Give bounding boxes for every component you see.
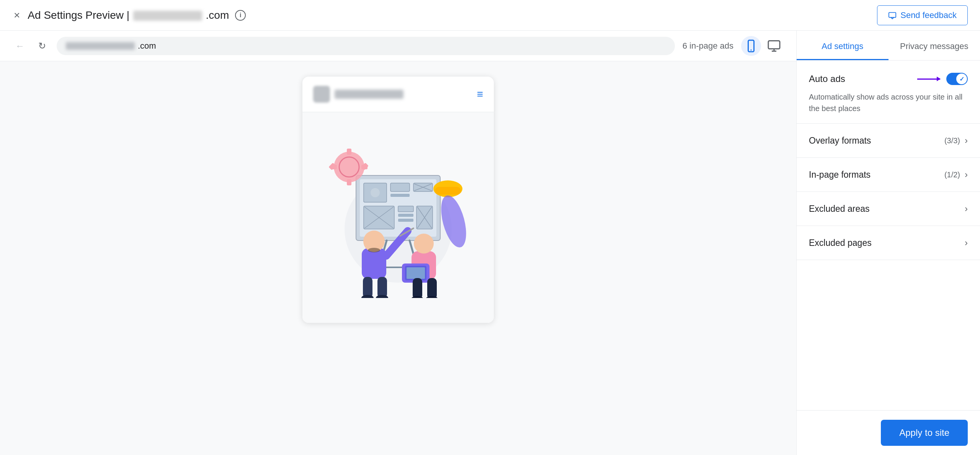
menu-item-excluded-pages-left: Excluded pages: [809, 238, 872, 248]
close-button[interactable]: ×: [12, 8, 21, 22]
svg-rect-37: [362, 248, 386, 279]
menu-item-excluded-areas-left: Excluded areas: [809, 204, 870, 214]
website-preview: ≡: [0, 61, 796, 455]
svg-rect-51: [413, 278, 422, 298]
svg-rect-9: [390, 183, 410, 191]
panel-body: Auto ads ✓ A: [797, 61, 980, 410]
svg-rect-52: [427, 278, 437, 298]
tab-ad-settings[interactable]: Ad settings: [797, 31, 889, 60]
overlay-formats-badge: (3/3): [944, 136, 960, 145]
url-blurred: [66, 42, 135, 50]
page-title: Ad Settings Preview | .com: [28, 9, 229, 21]
title-suffix: .com: [206, 9, 229, 21]
inpage-formats-label: In-page formats: [809, 170, 871, 180]
svg-rect-43: [377, 277, 387, 298]
device-icons: [741, 36, 784, 56]
auto-ads-row: Auto ads ✓: [809, 73, 968, 85]
svg-rect-42: [363, 277, 372, 298]
auto-ads-toggle[interactable]: ✓: [946, 73, 968, 85]
arrow-indicator: [917, 79, 940, 80]
svg-point-26: [334, 152, 364, 182]
chevron-right-icon-2: ›: [965, 169, 968, 180]
title-prefix: Ad Settings Preview |: [28, 9, 129, 21]
desktop-device-button[interactable]: [764, 36, 784, 56]
svg-rect-0: [889, 12, 896, 17]
domain-blurred: [133, 11, 202, 21]
svg-rect-3: [768, 41, 780, 49]
apply-to-site-button[interactable]: Apply to site: [881, 420, 968, 446]
toggle-thumb: ✓: [956, 74, 967, 84]
chevron-right-icon-4: ›: [965, 237, 968, 248]
excluded-areas-right: ›: [960, 203, 968, 214]
toggle-check-icon: ✓: [959, 75, 964, 83]
panel-tabs: Ad settings Privacy messages: [797, 31, 980, 61]
overlay-formats-right: (3/3) ›: [944, 135, 968, 146]
svg-rect-10: [390, 194, 410, 197]
svg-point-47: [414, 234, 434, 254]
arrow-line: [917, 79, 940, 80]
panel-footer: Apply to site: [797, 410, 980, 455]
toggle-track: ✓: [946, 73, 968, 85]
logo-icon: [313, 86, 330, 103]
send-feedback-button[interactable]: Send feedback: [877, 5, 968, 25]
info-icon[interactable]: i: [235, 10, 246, 21]
auto-ads-section: Auto ads ✓ A: [797, 61, 980, 124]
excluded-areas-label: Excluded areas: [809, 204, 870, 214]
svg-rect-35: [435, 187, 461, 195]
auto-ads-toggle-area: ✓: [917, 73, 968, 85]
phone-content: [302, 112, 494, 323]
inpage-formats-badge: (1/2): [944, 170, 960, 179]
feedback-icon: [888, 11, 897, 20]
menu-item-inpage-formats[interactable]: In-page formats (1/2) ›: [797, 158, 980, 192]
svg-point-2: [751, 49, 752, 51]
main-content: ← ↻ .com 6 in-page ads: [0, 31, 980, 455]
logo-text: [335, 90, 403, 99]
excluded-pages-right: ›: [960, 237, 968, 248]
preview-area: ← ↻ .com 6 in-page ads: [0, 31, 796, 455]
overlay-formats-label: Overlay formats: [809, 136, 871, 146]
menu-item-inpage-left: In-page formats: [809, 170, 871, 180]
phone-header: ≡: [302, 77, 494, 112]
svg-rect-29: [347, 179, 351, 185]
svg-rect-28: [347, 149, 351, 155]
url-bar: .com: [57, 37, 675, 55]
top-bar: × Ad Settings Preview | .com i Send feed…: [0, 0, 980, 31]
tab-privacy-messages[interactable]: Privacy messages: [889, 31, 980, 60]
excluded-pages-label: Excluded pages: [809, 238, 872, 248]
hamburger-icon: ≡: [477, 88, 483, 100]
mobile-icon: [744, 39, 758, 53]
refresh-button[interactable]: ↻: [35, 38, 49, 54]
right-panel: Ad settings Privacy messages Auto ads: [796, 31, 980, 455]
illustration: [318, 137, 479, 298]
top-bar-left: × Ad Settings Preview | .com i: [12, 8, 246, 22]
svg-rect-18: [398, 214, 413, 217]
back-button[interactable]: ←: [12, 38, 28, 54]
site-logo: [313, 86, 403, 103]
svg-rect-17: [398, 206, 413, 212]
svg-point-39: [368, 248, 380, 252]
auto-ads-label: Auto ads: [809, 74, 845, 84]
menu-item-excluded-pages[interactable]: Excluded pages ›: [797, 226, 980, 260]
auto-ads-description: Automatically show ads across your site …: [809, 91, 968, 114]
chevron-right-icon-3: ›: [965, 203, 968, 214]
desktop-icon: [767, 39, 781, 53]
inpage-formats-right: (1/2) ›: [944, 169, 968, 180]
mobile-device-button[interactable]: [741, 36, 761, 56]
ads-count: 6 in-page ads: [683, 41, 733, 51]
menu-item-excluded-areas[interactable]: Excluded areas ›: [797, 192, 980, 226]
url-suffix: .com: [138, 41, 156, 51]
menu-item-overlay-left: Overlay formats: [809, 136, 871, 146]
svg-rect-50: [407, 267, 425, 279]
chevron-right-icon: ›: [965, 135, 968, 146]
menu-item-overlay-formats[interactable]: Overlay formats (3/3) ›: [797, 124, 980, 158]
svg-rect-19: [398, 219, 413, 222]
browser-bar: ← ↻ .com 6 in-page ads: [0, 31, 796, 61]
phone-frame: ≡: [302, 77, 494, 323]
svg-point-8: [371, 188, 380, 197]
